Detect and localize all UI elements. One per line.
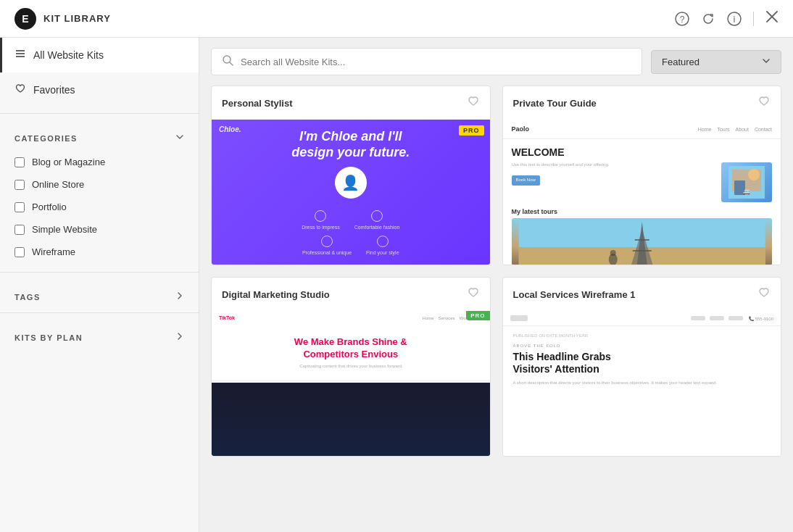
sidebar-item-all-kits-label: All Website Kits: [33, 49, 104, 61]
heart-icon: [14, 83, 26, 97]
sort-dropdown[interactable]: Featured: [651, 50, 781, 74]
kit-card-private-tour-guide-title: Private Tour Guide: [513, 98, 597, 109]
close-icon[interactable]: [765, 10, 779, 27]
info-icon[interactable]: i: [727, 12, 742, 26]
kit-card-digital-marketing-studio-preview: TikTok HomeServicesWorkBlog PRO We Make …: [212, 311, 490, 456]
svg-text:🚐: 🚐: [743, 188, 750, 195]
category-simple-website-label: Simple Website: [32, 224, 97, 235]
kit-card-digital-marketing-studio-header: Digital Marketing Studio: [212, 278, 490, 311]
kit-card-personal-stylist-preview: PRO Chloe. I'm Chloe and I'lldesign your…: [212, 120, 490, 265]
categories-label: CATEGORIES: [14, 134, 78, 143]
sidebar-divider-3: [0, 312, 199, 313]
svg-text:?: ?: [680, 14, 685, 25]
kit-card-local-services-wireframe-1-preview: 📞 555-0100 PUBLISHED ON DATE MONTH YEAR …: [503, 311, 781, 456]
category-blog-or-magazine[interactable]: Blog or Magazine: [0, 151, 199, 173]
category-blog-or-magazine-checkbox[interactable]: [14, 157, 25, 167]
category-simple-website[interactable]: Simple Website: [0, 218, 199, 241]
refresh-icon[interactable]: [701, 12, 715, 26]
header: E KIT LIBRARY ? i: [0, 0, 793, 38]
category-online-store-label: Online Store: [32, 179, 84, 190]
search-icon: [222, 54, 233, 69]
categories-section[interactable]: CATEGORIES: [0, 120, 199, 151]
category-blog-or-magazine-label: Blog or Magazine: [32, 157, 105, 167]
kit-card-local-services-wireframe-1[interactable]: Local Services Wireframe 1: [502, 277, 782, 457]
kit-card-digital-marketing-studio-title: Digital Marketing Studio: [222, 289, 330, 300]
category-portfolio[interactable]: Portfolio: [0, 196, 199, 218]
help-icon[interactable]: ?: [675, 12, 689, 26]
kits-by-plan-label: KITS BY PLAN: [14, 333, 83, 342]
kit-card-personal-stylist-header: Personal Stylist: [212, 86, 490, 120]
toolbar: Featured: [199, 38, 793, 86]
kits-by-plan-chevron-icon: [175, 332, 184, 343]
kit-card-personal-stylist[interactable]: Personal Stylist PRO Chloe. I'm Chloe an…: [211, 86, 491, 265]
search-box[interactable]: [211, 48, 642, 75]
kit-card-private-tour-guide-favorite[interactable]: [757, 95, 771, 111]
categories-chevron-icon: [175, 133, 184, 144]
kit-card-local-services-wireframe-1-header: Local Services Wireframe 1: [503, 278, 781, 311]
kit-card-personal-stylist-title: Personal Stylist: [222, 98, 293, 109]
category-wireframe[interactable]: Wireframe: [0, 241, 199, 263]
tags-chevron-icon: [175, 291, 184, 302]
category-online-store[interactable]: Online Store: [0, 173, 199, 196]
category-simple-website-checkbox[interactable]: [14, 225, 25, 235]
tags-label: TAGS: [14, 293, 41, 302]
tags-section[interactable]: TAGS: [0, 278, 199, 309]
sort-chevron-icon: [762, 57, 771, 67]
sidebar-item-favorites[interactable]: Favorites: [0, 72, 199, 107]
kit-card-digital-marketing-studio[interactable]: Digital Marketing Studio TikTok HomeServ…: [211, 277, 491, 457]
content-area: Featured Personal Stylist PRO: [199, 38, 793, 532]
sidebar-item-favorites-label: Favorites: [33, 84, 75, 96]
sidebar-item-all-kits[interactable]: All Website Kits: [0, 38, 199, 72]
main-layout: All Website Kits Favorites CATEGORIES Bl…: [0, 38, 793, 532]
category-portfolio-checkbox[interactable]: [14, 202, 25, 212]
kit-card-digital-marketing-studio-favorite[interactable]: [467, 286, 480, 302]
svg-text:i: i: [734, 14, 736, 25]
avatar: 👤: [335, 167, 367, 199]
kit-card-personal-stylist-favorite[interactable]: [467, 95, 480, 111]
kit-card-private-tour-guide[interactable]: Private Tour Guide Paolo HomeToursAboutC…: [502, 86, 782, 265]
category-wireframe-checkbox[interactable]: [14, 247, 25, 257]
sidebar-divider-2: [0, 272, 199, 273]
header-right: ? i: [675, 10, 779, 27]
search-input[interactable]: [241, 57, 631, 67]
category-portfolio-label: Portfolio: [32, 201, 67, 212]
svg-point-13: [748, 169, 760, 180]
menu-icon: [14, 48, 26, 62]
sidebar: All Website Kits Favorites CATEGORIES Bl…: [0, 38, 199, 532]
kit-card-local-services-wireframe-1-favorite[interactable]: [757, 286, 771, 302]
kits-grid: Personal Stylist PRO Chloe. I'm Chloe an…: [199, 86, 793, 532]
category-online-store-checkbox[interactable]: [14, 180, 25, 190]
app-title: KIT LIBRARY: [43, 13, 111, 24]
sort-label: Featured: [662, 57, 756, 67]
kit-card-private-tour-guide-preview: Paolo HomeToursAboutContact WELCOME Use …: [503, 120, 781, 265]
svg-point-23: [610, 250, 615, 256]
sidebar-divider-1: [0, 113, 199, 114]
header-left: E KIT LIBRARY: [14, 8, 111, 30]
pro-badge: PRO: [459, 125, 484, 136]
kit-card-private-tour-guide-header: Private Tour Guide: [503, 86, 781, 120]
kit-card-local-services-wireframe-1-title: Local Services Wireframe 1: [513, 289, 636, 300]
header-divider: [753, 12, 754, 26]
app-logo: E: [14, 8, 36, 30]
kits-by-plan-section[interactable]: KITS BY PLAN: [0, 319, 199, 350]
category-wireframe-label: Wireframe: [32, 246, 75, 257]
svg-line-10: [230, 62, 233, 65]
